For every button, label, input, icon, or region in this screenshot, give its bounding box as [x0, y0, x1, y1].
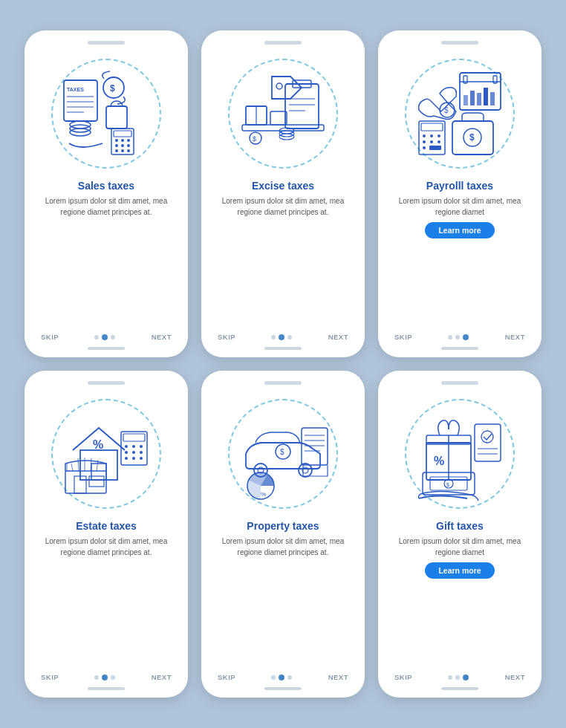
next-button[interactable]: NEXT — [152, 673, 172, 681]
svg-rect-66 — [123, 434, 145, 441]
payroll-icon: $ $ — [412, 65, 508, 162]
dot-1 — [271, 335, 276, 339]
svg-point-74 — [132, 457, 135, 460]
svg-point-53 — [430, 134, 433, 137]
bottom-bar — [441, 687, 478, 690]
svg-text:TAXES: TAXES — [67, 87, 84, 92]
dot-3 — [111, 335, 115, 339]
svg-point-75 — [140, 457, 143, 460]
next-button[interactable]: NEXT — [328, 333, 348, 341]
svg-point-21 — [121, 149, 124, 152]
card-excise-taxes: $ Excise taxes Lorem ipsum dolor sit dim… — [201, 30, 365, 357]
dot-2 — [102, 675, 108, 680]
svg-point-57 — [437, 140, 440, 143]
bottom-bar — [441, 347, 478, 350]
dot-1 — [94, 335, 99, 339]
card-footer: SKIP NEXT — [212, 333, 354, 341]
card-body: Lorem ipsum dolor sit dim amet, mea regi… — [212, 196, 354, 218]
dot-1 — [448, 335, 452, 339]
card-payroll-taxes: $ $ Payrolll taxes Lorem ipsum dolor sit… — [378, 30, 541, 357]
svg-point-17 — [115, 144, 118, 147]
dot-2 — [102, 334, 108, 340]
bottom-bar — [264, 687, 302, 690]
skip-button[interactable]: SKIP — [218, 333, 235, 341]
svg-point-67 — [125, 445, 128, 448]
card-body: Lorem ipsum dolor sit dim amet, mea regi… — [388, 536, 531, 558]
svg-point-58 — [423, 146, 426, 149]
svg-point-71 — [132, 451, 135, 454]
dot-2 — [455, 335, 460, 339]
learn-more-button[interactable]: Learn more — [425, 562, 494, 579]
next-button[interactable]: NEXT — [505, 333, 525, 341]
svg-rect-62 — [80, 450, 117, 480]
skip-button[interactable]: SKIP — [41, 333, 59, 341]
svg-point-73 — [125, 457, 128, 460]
svg-text:$: $ — [444, 106, 449, 114]
pagination-dots — [448, 334, 469, 340]
svg-rect-44 — [477, 93, 481, 105]
svg-point-54 — [437, 134, 440, 137]
svg-point-72 — [140, 451, 143, 454]
phone-notch — [88, 41, 125, 45]
skip-button[interactable]: SKIP — [394, 333, 412, 341]
svg-text:$: $ — [446, 482, 449, 487]
svg-rect-51 — [421, 123, 443, 131]
learn-more-button[interactable]: Learn more — [425, 222, 494, 238]
card-title: Estate taxes — [76, 520, 137, 532]
card-body: Lorem ipsum dolor sit dim amet, mea regi… — [35, 196, 178, 218]
svg-rect-43 — [470, 91, 475, 105]
svg-text:$: $ — [253, 135, 256, 143]
skip-button[interactable]: SKIP — [394, 673, 412, 681]
svg-point-70 — [125, 451, 128, 454]
pagination-dots — [94, 675, 115, 680]
illustration-property: $ % — [216, 391, 350, 517]
dot-2 — [279, 334, 284, 340]
sales-icon: TAXES $ — [58, 65, 154, 162]
svg-text:$: $ — [280, 448, 284, 456]
svg-rect-46 — [490, 92, 495, 105]
card-title: Sales taxes — [78, 180, 134, 192]
property-icon: $ % — [235, 406, 331, 502]
svg-text:%: % — [434, 455, 444, 467]
svg-point-56 — [430, 140, 433, 143]
svg-point-19 — [127, 144, 130, 147]
card-footer: SKIP NEXT — [212, 673, 354, 681]
gift-icon: % $ — [412, 406, 508, 502]
phone-notch — [441, 41, 478, 45]
estate-icon: % — [58, 406, 154, 502]
svg-point-96 — [481, 431, 493, 443]
card-gift-taxes: % $ Gift taxes Lorem ipsum dolor sit dim… — [378, 371, 541, 698]
dot-2 — [279, 675, 284, 680]
card-title: Gift taxes — [436, 520, 484, 532]
phone-notch — [88, 381, 125, 385]
next-button[interactable]: NEXT — [152, 333, 172, 341]
illustration-payroll: $ $ — [393, 51, 527, 177]
svg-rect-59 — [429, 146, 441, 150]
bottom-bar — [264, 347, 302, 350]
card-title: Payrolll taxes — [426, 180, 493, 192]
card-footer: SKIP NEXT — [35, 333, 178, 341]
svg-rect-8 — [106, 106, 127, 129]
svg-point-55 — [423, 140, 426, 143]
svg-rect-24 — [285, 84, 319, 129]
svg-point-16 — [127, 139, 130, 142]
card-estate-taxes: % — [25, 371, 188, 698]
pagination-dots — [271, 675, 292, 680]
svg-point-68 — [132, 445, 135, 448]
card-property-taxes: $ % Property taxes Lorem ipsum dolor sit… — [201, 371, 365, 698]
phone-notch — [441, 381, 478, 385]
skip-button[interactable]: SKIP — [41, 673, 59, 681]
svg-rect-42 — [463, 95, 468, 105]
dot-3 — [111, 675, 115, 680]
card-title: Property taxes — [247, 520, 319, 532]
card-sales-taxes: TAXES $ — [25, 30, 188, 357]
skip-button[interactable]: SKIP — [218, 673, 235, 681]
next-button[interactable]: NEXT — [328, 673, 348, 681]
svg-text:%: % — [261, 491, 266, 498]
dot-3 — [287, 335, 292, 339]
next-button[interactable]: NEXT — [505, 673, 525, 681]
svg-point-52 — [423, 134, 426, 137]
cards-grid: TAXES $ — [10, 16, 556, 712]
phone-notch — [264, 41, 302, 45]
svg-point-69 — [140, 445, 143, 448]
